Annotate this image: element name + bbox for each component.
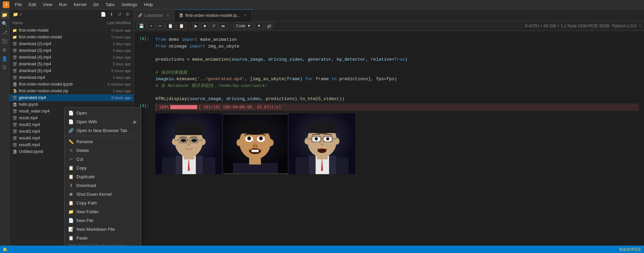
activity-search-icon[interactable]: 🔍 xyxy=(1,20,9,28)
activity-files-icon[interactable]: 📁 xyxy=(1,11,9,19)
list-item[interactable]: 🎬 download (2).mp4 2 days ago xyxy=(9,40,134,47)
toolbar-new-file-icon[interactable]: 📄 xyxy=(100,11,107,18)
output-face-image xyxy=(289,114,355,174)
list-item[interactable]: 🎬 download.mp4 2 days ago xyxy=(9,74,134,81)
svg-point-21 xyxy=(187,143,190,146)
svg-point-10 xyxy=(172,138,177,145)
paste-cell-button[interactable]: 📋 xyxy=(177,23,186,29)
menu-git[interactable]: Git xyxy=(91,1,102,8)
menu-run[interactable]: Run xyxy=(56,1,70,8)
list-item[interactable]: 🎬 download (3).mp4 2 days ago xyxy=(9,47,134,54)
menu-kernel[interactable]: Kernel xyxy=(71,1,89,8)
toolbar-separator-2 xyxy=(230,23,231,29)
svg-rect-28 xyxy=(239,128,271,133)
tab-launcher-close[interactable]: ✕ xyxy=(165,12,170,18)
kernel-select-button[interactable]: ▼ xyxy=(255,23,263,29)
run-all-button[interactable]: ⏭ xyxy=(219,23,228,29)
activity-user-icon[interactable]: 👤 xyxy=(1,55,9,63)
open-icon: 📄 xyxy=(68,110,74,116)
toolbar-new-folder-icon[interactable]: 📁 xyxy=(12,11,19,18)
file-date: 5 hours ago xyxy=(94,35,131,39)
tab-notebook[interactable]: 📓 first-order-motion-model.ip... ✕ xyxy=(175,9,252,21)
notebook-content[interactable]: [4]: from demo import make_animation fro… xyxy=(134,31,644,246)
tab-launcher[interactable]: 🚀 Launcher ✕ xyxy=(134,9,175,21)
ctx-copy-path[interactable]: 📋 Copy Path xyxy=(64,198,141,207)
ctx-duplicate[interactable]: 📋 Duplicate xyxy=(64,172,141,181)
progress-stats: | 191/191 [00:04<00:00, 43.67it/s] xyxy=(199,105,281,109)
driving-face-image xyxy=(222,114,289,174)
menu-file[interactable]: File xyxy=(12,1,25,8)
toolbar-separator-1 xyxy=(189,23,189,29)
toolbar-upload-icon[interactable]: ⬆ xyxy=(108,11,115,18)
toolbar-settings-icon[interactable]: ⚙ xyxy=(124,11,131,18)
list-item[interactable]: 📓 first-order-motion-model.ipynb 6 minut… xyxy=(9,81,134,88)
ctx-delete[interactable]: ✕ Delete xyxy=(64,146,141,155)
stop-cell-button[interactable]: ■ xyxy=(201,23,208,29)
file-name: first-order-motion-model.zip xyxy=(19,89,94,93)
ctx-download[interactable]: ⬇ Download xyxy=(64,181,141,190)
ctx-open[interactable]: 📄 Open xyxy=(64,108,141,117)
progress-output: 100% | 191/191 [00:04<00:00, 43.67it/s] xyxy=(155,103,639,111)
menu-tabs[interactable]: Tabs xyxy=(103,1,117,8)
list-item[interactable]: 🗜 first-order-motion-model.zip 2 days ag… xyxy=(9,88,134,94)
cell-number: [4]: xyxy=(139,36,153,41)
menu-settings[interactable]: Settings xyxy=(119,1,140,8)
ctx-paste[interactable]: 📋 Paste xyxy=(64,233,141,242)
file-name: download (5).mp4 xyxy=(19,62,94,66)
menu-edit[interactable]: Edit xyxy=(26,1,39,8)
file-name: first-order-model xyxy=(19,28,94,33)
svg-point-39 xyxy=(255,145,258,147)
activity-settings-icon[interactable]: ⚙ xyxy=(1,46,9,54)
ctx-new-file[interactable]: 📄 New File xyxy=(64,216,141,225)
mp4-icon: 🎬 xyxy=(12,108,17,114)
activity-list-icon[interactable]: ☰ xyxy=(1,63,9,71)
ctx-new-folder[interactable]: 📁 New Folder xyxy=(64,207,141,216)
activity-bar: 📁 🔍 ⎇ ⬛ ⚙ 👤 ☰ xyxy=(0,9,9,246)
git-button[interactable]: git xyxy=(265,23,274,29)
list-item[interactable]: 📓 hello.ipynb xyxy=(9,101,134,108)
tab-notebook-close[interactable]: ✕ xyxy=(243,13,248,18)
images-output xyxy=(155,114,639,174)
app-logo: J xyxy=(3,1,9,8)
list-item[interactable]: 🎬 download (4).mp4 2 days ago xyxy=(9,54,134,61)
notebook-icon-orange: 📓 xyxy=(12,149,17,154)
list-item[interactable]: 🎬 download (6).mp4 5 hours ago xyxy=(9,67,134,74)
file-date: 5 hours ago xyxy=(94,96,131,100)
list-item[interactable]: 🎬 download (5).mp4 2 days ago xyxy=(9,61,134,67)
cell-code[interactable]: from demo import make_animation from ski… xyxy=(155,36,639,102)
mp4-icon: 🎬 xyxy=(12,115,17,121)
copy-path-icon: 📋 xyxy=(68,200,74,205)
list-item-selected[interactable]: 🎬 generated.mp4 5 hours ago xyxy=(9,94,134,101)
cell-type-selector[interactable]: Code ▼ xyxy=(234,23,253,29)
file-date: 2 days ago xyxy=(94,42,131,46)
copy-cell-button[interactable]: 📋 xyxy=(166,23,175,29)
list-item[interactable]: 📁 first-order-model 5 hours ago xyxy=(9,27,134,34)
mp4-icon: 🎬 xyxy=(12,142,17,148)
new-markdown-icon: 📝 xyxy=(68,226,74,232)
restart-kernel-button[interactable]: ↺ xyxy=(210,23,218,29)
ctx-shutdown-kernel[interactable]: ⏹ Shut Down Kernel xyxy=(64,190,141,198)
file-panel-toolbar: 📁 / 📄 ⬆ ↺ ⚙ xyxy=(9,9,134,19)
ctx-copy[interactable]: 📋 Copy xyxy=(64,163,141,172)
ctx-open-with[interactable]: 📄 Open With ▶ xyxy=(64,117,141,126)
ctx-footer: Shift+Right Click for Browser Menu xyxy=(64,242,141,246)
ctx-new-markdown[interactable]: 📝 New Markdown File xyxy=(64,225,141,233)
ctx-open-new-tab[interactable]: 🔗 Open in New Browser Tab xyxy=(64,126,141,135)
menu-help[interactable]: Help xyxy=(141,1,156,8)
ctx-separator-1 xyxy=(64,136,141,136)
list-item[interactable]: 📁 first-order-motion-model 5 hours ago xyxy=(9,34,134,40)
activity-git-icon[interactable]: ⎇ xyxy=(1,28,9,36)
file-list-header: Name Last Modified xyxy=(9,19,134,27)
activity-extension-icon[interactable]: ⬛ xyxy=(1,37,9,45)
add-cell-button[interactable]: + xyxy=(148,23,155,29)
mp4-icon: 🎬 xyxy=(12,55,17,60)
cut-cell-button[interactable]: ✂ xyxy=(156,23,164,29)
save-button[interactable]: 💾 xyxy=(137,23,146,29)
chevron-down-icon: ▼ xyxy=(247,24,251,28)
ctx-rename[interactable]: ✏️ Rename xyxy=(64,137,141,146)
ctx-cut[interactable]: ✂ Cut xyxy=(64,155,141,163)
toolbar-refresh-icon[interactable]: ↺ xyxy=(116,11,123,18)
menu-view[interactable]: View xyxy=(40,1,55,8)
new-file-icon: 📄 xyxy=(68,218,74,223)
run-cell-button[interactable]: ▶ xyxy=(192,23,200,29)
